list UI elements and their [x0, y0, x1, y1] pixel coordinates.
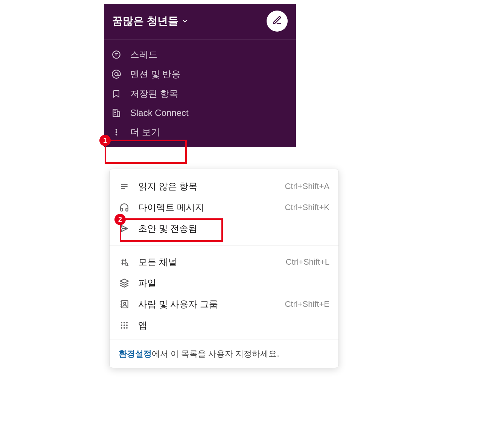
headphones-icon	[119, 202, 130, 213]
svg-point-35	[123, 327, 125, 329]
building-icon	[111, 107, 122, 119]
chevron-down-icon	[181, 15, 188, 27]
svg-line-21	[127, 265, 128, 266]
more-menu-item-shortcut: Ctrl+Shift+K	[285, 203, 329, 212]
svg-point-34	[121, 327, 122, 329]
more-menu-item-shortcut: Ctrl+Shift+A	[285, 181, 329, 191]
more-menu-item-unreads[interactable]: 읽지 않은 항목 Ctrl+Shift+A	[110, 176, 338, 197]
more-menu-item-all-channels[interactable]: 모든 채널 Ctrl+Shift+L	[110, 251, 338, 273]
svg-point-28	[121, 322, 122, 323]
sidebar-nav: 스레드 멘션 및 반응 저장된 항목 Slack Connect 더 보기	[104, 40, 296, 143]
compose-icon	[272, 15, 282, 27]
svg-point-31	[121, 325, 122, 326]
sidebar-item-label: 스레드	[130, 49, 157, 61]
svg-point-32	[123, 325, 125, 326]
contacts-icon	[119, 299, 130, 310]
preferences-link[interactable]: 환경설정	[119, 349, 152, 358]
popup-footer: 환경설정에서 이 목록을 사용자 지정하세요.	[110, 340, 338, 368]
more-menu-item-label: 앱	[138, 319, 321, 331]
popup-divider	[110, 245, 338, 245]
more-vertical-icon	[111, 126, 122, 138]
svg-point-36	[126, 327, 128, 329]
svg-point-29	[123, 322, 125, 323]
svg-marker-22	[120, 279, 128, 283]
sidebar-item-mentions[interactable]: 멘션 및 반응	[104, 64, 296, 84]
popup-footer-text: 에서 이 목록을 사용자 지정하세요.	[152, 349, 279, 358]
more-menu-item-apps[interactable]: 앱	[110, 315, 338, 336]
more-menu-popup: 읽지 않은 항목 Ctrl+Shift+A 다이렉트 메시지 Ctrl+Shif…	[109, 169, 339, 368]
sidebar: 꿈많은 청년들 스레드 멘션 및 반응	[104, 4, 296, 147]
more-menu-item-shortcut: Ctrl+Shift+L	[286, 257, 329, 267]
svg-point-3	[115, 73, 118, 76]
svg-line-19	[125, 259, 125, 262]
svg-point-9	[116, 129, 117, 131]
compose-button[interactable]	[267, 11, 288, 32]
hash-search-icon	[119, 256, 130, 268]
svg-point-20	[125, 263, 128, 265]
send-icon	[119, 223, 130, 234]
more-menu-item-shortcut: Ctrl+Shift+E	[285, 299, 329, 309]
svg-point-33	[126, 325, 128, 326]
svg-point-11	[116, 134, 117, 136]
workspace-switcher[interactable]: 꿈많은 청년들	[112, 14, 188, 28]
threads-icon	[111, 49, 122, 60]
svg-point-30	[126, 322, 128, 323]
layers-icon	[119, 277, 130, 289]
sidebar-item-label: 더 보기	[130, 126, 160, 138]
more-menu-item-drafts[interactable]: 초안 및 전송됨	[110, 218, 338, 239]
apps-grid-icon	[119, 320, 130, 331]
more-menu-item-label: 다이렉트 메시지	[138, 201, 276, 213]
sidebar-item-label: 저장된 항목	[130, 88, 178, 100]
svg-point-10	[116, 131, 117, 133]
sidebar-item-slack-connect[interactable]: Slack Connect	[104, 104, 296, 122]
svg-rect-5	[117, 112, 120, 117]
unreads-icon	[119, 181, 130, 192]
more-menu-item-label: 파일	[138, 277, 321, 289]
sidebar-item-label: Slack Connect	[130, 108, 189, 118]
sidebar-item-label: 멘션 및 반응	[130, 68, 180, 80]
more-menu-item-label: 초안 및 전송됨	[138, 222, 321, 235]
sidebar-header: 꿈많은 청년들	[104, 4, 296, 40]
more-menu-item-label: 모든 채널	[138, 256, 277, 268]
workspace-name-label: 꿈많은 청년들	[112, 14, 178, 28]
more-menu-item-people[interactable]: 사람 및 사용자 그룹 Ctrl+Shift+E	[110, 294, 338, 315]
more-menu-item-label: 읽지 않은 항목	[138, 180, 276, 192]
more-menu-item-label: 사람 및 사용자 그룹	[138, 298, 276, 310]
mention-icon	[111, 69, 122, 80]
sidebar-item-threads[interactable]: 스레드	[104, 45, 296, 64]
more-menu-item-dms[interactable]: 다이렉트 메시지 Ctrl+Shift+K	[110, 197, 338, 218]
more-menu-item-files[interactable]: 파일	[110, 273, 338, 294]
sidebar-item-saved[interactable]: 저장된 항목	[104, 84, 296, 104]
sidebar-item-more[interactable]: 더 보기	[104, 122, 296, 142]
svg-point-27	[123, 302, 125, 304]
svg-line-18	[122, 259, 123, 265]
bookmark-icon	[111, 88, 122, 99]
